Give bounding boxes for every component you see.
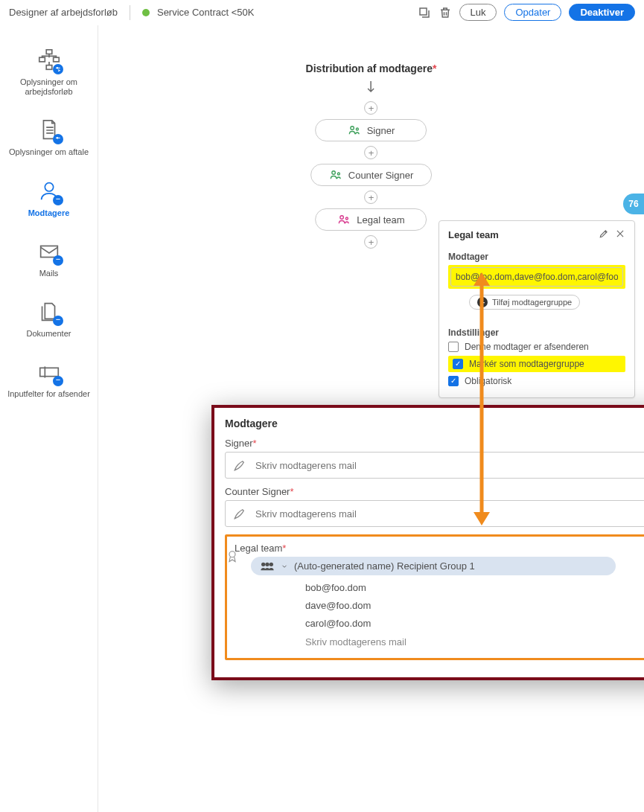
checkbox-sender-label: Denne modtager er afsenderen: [465, 342, 589, 352]
svg-point-13: [346, 217, 348, 220]
sidebar-item-label: Oplysninger om arbejdsforløb: [3, 77, 95, 97]
group-member-row: carol@foo.dom Ingen: [305, 617, 644, 629]
counter-section-label: Counter Signer*: [225, 486, 644, 497]
checkbox-mark-group-label: Markér som modtagergruppe: [469, 359, 584, 369]
svg-rect-4: [46, 65, 52, 70]
documents-icon: [36, 299, 62, 325]
node-label: Counter Signer: [348, 170, 413, 181]
recipients-title: Modtagere: [225, 418, 278, 429]
checkbox-required-label: Obligatorisk: [465, 376, 511, 386]
sidebar-item-mails[interactable]: Mails: [0, 231, 98, 292]
svg-rect-1: [46, 50, 52, 54]
flow-node-counter-signer[interactable]: Counter Signer: [310, 164, 432, 186]
svg-point-17: [261, 562, 265, 566]
pen-icon: [233, 458, 246, 472]
member-email: carol@foo.dom: [305, 618, 371, 629]
contract-name: Service Contract <50K: [157, 7, 254, 18]
people-icon: [260, 561, 275, 572]
svg-point-18: [265, 562, 269, 566]
sidebar-item-label: Mails: [39, 269, 59, 278]
sidebar-item-label: Modtagere: [28, 208, 70, 218]
signer-row[interactable]: Ingen: [225, 452, 644, 479]
type-more-placeholder[interactable]: Skriv modtagerens mail: [305, 636, 644, 648]
member-email: bob@foo.dom: [305, 582, 366, 593]
svg-rect-2: [39, 57, 45, 62]
sidebar-item-documents[interactable]: Dokumenter: [0, 292, 98, 352]
svg-rect-0: [420, 8, 427, 15]
node-label: Legal team: [357, 214, 404, 226]
add-node-button[interactable]: +: [365, 101, 378, 115]
svg-point-9: [356, 128, 358, 130]
sidebar-item-recipients[interactable]: Modtagere: [0, 171, 98, 231]
svg-point-12: [340, 216, 344, 220]
flow-node-signer[interactable]: Signer: [316, 119, 427, 141]
sidebar-item-sender-inputs[interactable]: Inputfelter for afsender: [0, 352, 98, 412]
legal-team-highlight-box: Legal team* (Auto-generated name) Recipi…: [225, 534, 644, 660]
designer-title: Designer af arbejdsforløb: [9, 7, 118, 18]
svg-point-16: [229, 552, 235, 557]
svg-point-11: [337, 173, 339, 175]
counter-email-input[interactable]: [255, 508, 644, 520]
recipient-label: Modtager: [448, 252, 625, 262]
checkbox-required[interactable]: [448, 376, 459, 386]
group-member-row: dave@foo.dom Ingen: [305, 599, 644, 611]
checkbox-mark-group[interactable]: [453, 359, 463, 369]
add-node-button[interactable]: +: [365, 191, 378, 204]
detail-title: Legal team: [448, 229, 499, 240]
recipient-detail-panel: Legal team Modtager + Tilføj modtagergru…: [439, 220, 635, 398]
separator: [130, 5, 130, 20]
sidebar-item-label: Inputfelter for afsender: [7, 389, 90, 399]
trash-icon[interactable]: [439, 6, 452, 19]
close-button[interactable]: Luk: [459, 4, 497, 21]
sidebar-item-label: Oplysninger om aftale: [9, 147, 89, 157]
svg-point-8: [350, 127, 354, 130]
legal-section-label: Legal team*: [235, 543, 644, 554]
group-name-label: (Auto-generated name) Recipient Group 1: [294, 560, 475, 572]
add-recipient-group-button[interactable]: + Tilføj modtagergruppe: [469, 295, 580, 310]
svg-rect-7: [39, 368, 58, 376]
recipients-preview-panel: Modtagere ? Signer* Ingen Counter Sig: [211, 405, 644, 680]
sidebar-item-agreement-info[interactable]: Oplysninger om aftale: [0, 110, 98, 170]
ribbon-icon: [226, 549, 238, 564]
counter-signer-row[interactable]: Ingen: [225, 500, 644, 527]
close-icon[interactable]: [615, 228, 625, 241]
deactivate-button[interactable]: Deaktiver: [569, 4, 635, 21]
member-email: dave@foo.dom: [305, 600, 371, 611]
status-dot-icon: [142, 9, 150, 16]
checkbox-sender[interactable]: [448, 342, 459, 352]
svg-point-5: [45, 182, 53, 191]
add-node-button[interactable]: +: [365, 146, 378, 159]
settings-label: Indstillinger: [448, 327, 625, 338]
document-icon: [36, 118, 62, 143]
arrow-down-icon: [366, 80, 377, 94]
pen-icon: [233, 507, 246, 520]
node-label: Signer: [367, 125, 395, 136]
sidebar-item-workflow-info[interactable]: Oplysninger om arbejdsforløb: [0, 40, 98, 110]
add-node-button[interactable]: +: [365, 235, 378, 249]
sidebar-item-label: Dokumenter: [27, 329, 71, 339]
signer-email-input[interactable]: [255, 460, 644, 471]
add-group-label: Tilføj modtagergruppe: [492, 298, 572, 307]
svg-point-10: [332, 171, 336, 175]
update-button[interactable]: Opdater: [504, 4, 561, 21]
mail-icon: [36, 239, 62, 264]
plus-icon: +: [477, 297, 488, 307]
flow-title: Distribution af modtagere*: [306, 63, 437, 74]
help-score-badge[interactable]: 76: [623, 194, 644, 214]
input-field-icon: [36, 359, 62, 385]
recipient-emails-input[interactable]: [450, 267, 623, 287]
recipient-group-pill[interactable]: (Auto-generated name) Recipient Group 1: [251, 557, 616, 575]
templates-icon[interactable]: [418, 6, 431, 19]
svg-rect-3: [53, 57, 59, 62]
svg-point-19: [270, 562, 273, 566]
person-icon: [36, 179, 62, 204]
flow-node-legal-team[interactable]: Legal team: [316, 208, 427, 231]
edit-icon[interactable]: [599, 228, 609, 241]
chevron-down-icon: [281, 563, 288, 570]
flowchart-icon: [36, 48, 62, 73]
signer-section-label: Signer*: [225, 438, 644, 449]
group-member-row: bob@foo.dom Ingen: [305, 581, 644, 593]
